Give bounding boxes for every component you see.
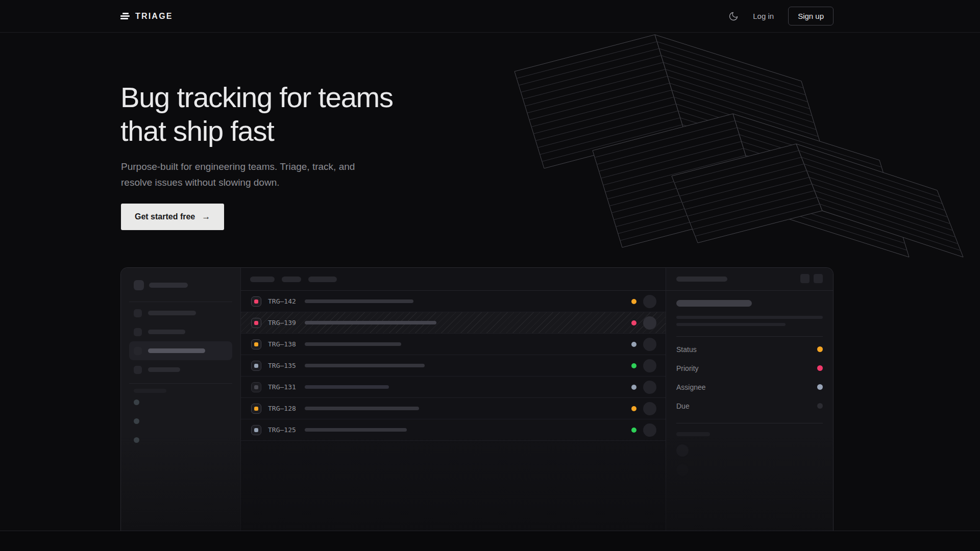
comment-avatar-skeleton — [676, 464, 689, 476]
sidebar-item[interactable] — [129, 360, 232, 379]
detail-field[interactable]: Due — [676, 396, 823, 415]
sidebar-item-icon — [134, 347, 142, 355]
signup-button[interactable]: Sign up — [788, 7, 834, 26]
issue-title-skeleton — [305, 364, 425, 367]
issue-id: TRG–125 — [268, 426, 301, 434]
detail-action-button[interactable] — [814, 274, 823, 283]
issue-row[interactable]: TRG–138 — [241, 334, 666, 355]
sidebar-item-icon — [134, 366, 142, 374]
issue-row[interactable]: TRG–131 — [241, 377, 666, 398]
issue-id: TRG–138 — [268, 340, 301, 348]
theme-toggle-button[interactable] — [728, 11, 739, 21]
sidebar-dot-skeleton — [134, 437, 139, 443]
detail-field[interactable]: Assignee — [676, 378, 823, 396]
issue-status-dot — [254, 342, 258, 346]
issue-title-skeleton — [305, 407, 419, 410]
issue-status-dot — [254, 407, 258, 411]
issue-id: TRG–142 — [268, 297, 301, 305]
comments-label-skeleton — [676, 432, 710, 436]
sidebar-dot-skeleton — [134, 418, 139, 424]
issue-status-dot — [254, 364, 258, 368]
issue-status-icon[interactable] — [251, 318, 261, 328]
sidebar-section-skeleton — [134, 389, 166, 393]
issue-detail-panel: Status Priority Assignee Due — [666, 268, 833, 531]
issue-priority-dot — [631, 428, 636, 433]
issue-id: TRG–135 — [268, 362, 301, 369]
issue-assignee-avatar[interactable] — [643, 423, 656, 437]
issue-priority-dot — [631, 406, 636, 411]
sidebar-item-label-skeleton — [148, 348, 205, 353]
sidebar-item[interactable] — [129, 304, 232, 322]
hero-subtitle: Purpose-built for engineering teams. Tri… — [121, 159, 355, 190]
issue-row[interactable]: TRG–125 — [241, 419, 666, 441]
detail-header — [666, 268, 833, 291]
sidebar-item[interactable] — [129, 341, 232, 360]
detail-text-skeleton — [676, 316, 823, 319]
hero-subtitle-line2: resolve issues without slowing down. — [121, 177, 280, 188]
issue-title-skeleton — [305, 299, 413, 303]
brand-logo[interactable]: TRIAGE — [120, 12, 173, 21]
filter-tab-skeleton[interactable] — [250, 277, 275, 282]
issue-id: TRG–131 — [268, 383, 301, 391]
issue-priority-dot — [631, 385, 636, 390]
mockup-sidebar — [121, 268, 241, 531]
issue-row[interactable]: TRG–139 — [241, 312, 666, 334]
issue-status-dot — [254, 321, 258, 325]
get-started-button[interactable]: Get started free → — [121, 204, 224, 230]
issue-status-icon[interactable] — [251, 425, 261, 435]
issue-row[interactable]: TRG–128 — [241, 398, 666, 419]
filter-tab-skeleton[interactable] — [308, 277, 337, 282]
hero-title-line2: that ship fast — [120, 114, 393, 148]
detail-header-skeleton — [676, 277, 727, 282]
issue-row[interactable]: TRG–135 — [241, 355, 666, 377]
sidebar-divider — [129, 383, 232, 384]
issue-priority-dot — [631, 320, 636, 325]
sidebar-dot-skeleton — [134, 399, 139, 405]
issue-rows: TRG–142 TRG–139 — [241, 291, 666, 441]
issue-title-skeleton — [305, 428, 407, 432]
issue-assignee-avatar[interactable] — [643, 359, 656, 372]
issue-status-icon[interactable] — [251, 296, 261, 307]
comment-avatar-skeleton — [676, 444, 689, 457]
issue-assignee-avatar[interactable] — [643, 402, 656, 415]
sidebar-item-icon — [134, 328, 142, 336]
detail-field[interactable]: Priority — [676, 359, 823, 378]
issue-title-skeleton — [305, 342, 401, 346]
hero-title-line1: Bug tracking for teams — [120, 81, 393, 114]
issue-list-panel: TRG–142 TRG–139 — [241, 268, 666, 531]
issue-assignee-avatar[interactable] — [643, 338, 656, 351]
get-started-label: Get started free — [135, 212, 195, 221]
field-value-dot — [817, 365, 823, 371]
detail-action-button[interactable] — [800, 274, 810, 283]
issue-status-icon[interactable] — [251, 339, 261, 349]
issue-status-icon[interactable] — [251, 361, 261, 371]
issue-status-dot — [254, 428, 258, 432]
issue-title-skeleton — [305, 321, 436, 324]
issue-list-toolbar — [241, 268, 666, 291]
sidebar-divider — [129, 302, 232, 302]
field-label: Due — [676, 402, 690, 410]
issue-assignee-avatar[interactable] — [643, 295, 656, 308]
login-link[interactable]: Log in — [753, 12, 774, 20]
landing-page: TRIAGE Log in Sign up Bug tracking for t… — [0, 0, 980, 551]
workspace-avatar-skeleton[interactable] — [134, 280, 144, 290]
field-value-dot — [817, 384, 823, 390]
field-label: Assignee — [676, 383, 706, 391]
issue-assignee-avatar[interactable] — [643, 316, 656, 330]
detail-title-skeleton — [676, 300, 752, 307]
filter-tab-skeleton[interactable] — [282, 277, 301, 282]
issue-status-dot — [254, 385, 258, 389]
issue-priority-dot — [631, 363, 636, 368]
issue-status-icon[interactable] — [251, 404, 261, 414]
sidebar-item[interactable] — [129, 322, 232, 341]
top-nav: TRIAGE Log in Sign up — [0, 0, 980, 33]
issue-assignee-avatar[interactable] — [643, 381, 656, 394]
nav-actions: Log in Sign up — [728, 7, 834, 26]
issue-row[interactable]: TRG–142 — [241, 291, 666, 312]
field-value-dot — [817, 403, 823, 409]
field-label: Priority — [676, 364, 699, 372]
workspace-name-skeleton — [149, 283, 188, 288]
issue-status-icon[interactable] — [251, 382, 261, 392]
detail-field[interactable]: Status — [676, 340, 823, 359]
detail-divider — [676, 423, 823, 423]
